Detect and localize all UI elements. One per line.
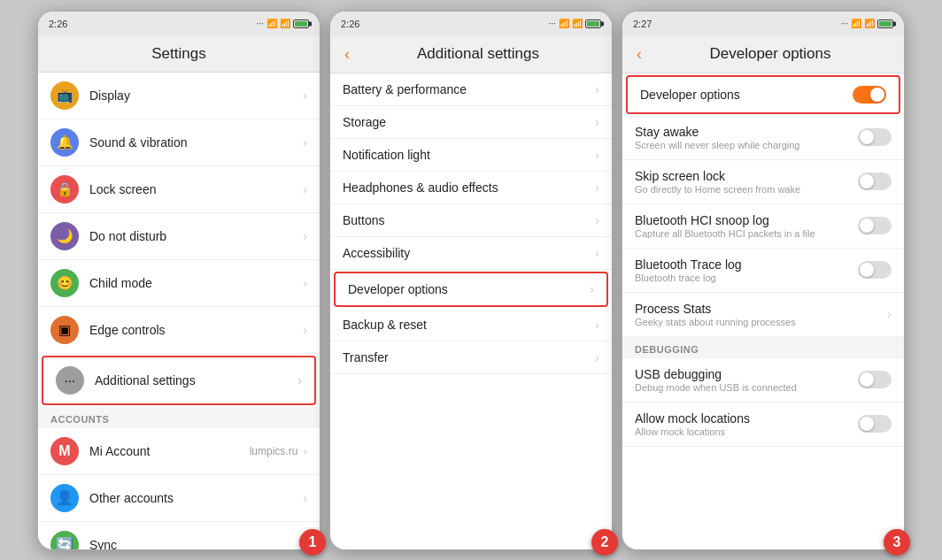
child-label: Child mode [89, 276, 303, 290]
step-badge-2: 2 [591, 529, 618, 556]
btsnoop-label: Bluetooth HCI snoop log [635, 213, 858, 227]
usbdebug-toggle[interactable] [858, 371, 892, 388]
child-chevron: › [303, 276, 307, 290]
dev-options-toggle-text: Developer options [640, 88, 853, 102]
edge-chevron: › [303, 323, 307, 337]
wifi-icon-2: 📶 [559, 19, 569, 28]
dev-options-toggle[interactable] [853, 86, 886, 104]
sound-text: Sound & vibration [89, 135, 303, 150]
storage-text: Storage [343, 115, 595, 129]
buttons-label: Buttons [343, 213, 595, 227]
procstats-label: Process Stats [635, 302, 887, 316]
step-badge-3: 3 [884, 529, 910, 556]
dev-options-toggle-item[interactable]: Developer options [626, 75, 900, 114]
btsnoop-toggle[interactable] [858, 217, 892, 234]
btsnoop-text: Bluetooth HCI snoop log Capture all Blue… [635, 213, 858, 239]
network-icon-3: 📶 [864, 19, 875, 28]
settings-item-battery[interactable]: Battery & performance › [330, 73, 612, 106]
display-icon: 📺 [50, 81, 79, 110]
settings-list-3: Developer options Stay awake Screen will… [622, 73, 904, 549]
notif-chevron: › [595, 148, 599, 162]
additional-text: Additional settings [95, 373, 297, 387]
settings-item-sound[interactable]: 🔔 Sound & vibration › [38, 119, 320, 166]
status-time-2: 2:26 [341, 19, 359, 29]
dnd-text: Do not disturb [89, 229, 303, 243]
settings-item-btsnoop[interactable]: Bluetooth HCI snoop log Capture all Blue… [622, 204, 904, 249]
step-badge-1: 1 [299, 529, 326, 556]
headphones-label: Headphones & audio effects [343, 180, 595, 195]
access-label: Accessibility [343, 246, 595, 260]
settings-item-child[interactable]: 😊 Child mode › [38, 260, 320, 307]
display-label: Display [89, 88, 303, 103]
phone-screen-3: 2:27 ··· 📶 📶 ‹ Developer options Develop… [622, 11, 905, 550]
settings-item-mocklocations[interactable]: Allow mock locations Allow mock location… [622, 403, 904, 447]
other-text: Other accounts [89, 491, 303, 505]
additional-chevron: › [297, 373, 302, 387]
skiplock-sublabel: Go directly to Home screen from wake [635, 184, 858, 195]
other-label: Other accounts [89, 491, 303, 505]
settings-item-bttrace[interactable]: Bluetooth Trace log Bluetooth trace log [622, 249, 904, 293]
mi-icon: M [50, 437, 79, 465]
back-button-3[interactable]: ‹ [637, 45, 642, 64]
settings-item-buttons[interactable]: Buttons › [330, 204, 612, 237]
additional-label: Additional settings [95, 373, 297, 387]
settings-item-notif[interactable]: Notification light › [330, 139, 612, 172]
stayawake-toggle[interactable] [858, 128, 892, 146]
btsnoop-sublabel: Capture all Bluetooth HCI packets in a f… [635, 228, 858, 239]
settings-item-access[interactable]: Accessibility › [330, 237, 612, 270]
signal-icon-3: ··· [841, 19, 848, 28]
skiplock-toggle[interactable] [858, 173, 892, 190]
settings-item-additional[interactable]: ··· Additional settings › [42, 356, 316, 405]
settings-item-usbdebug[interactable]: USB debugging Debug mode when USB is con… [622, 358, 904, 403]
access-text: Accessibility [343, 246, 595, 260]
battery-chevron: › [595, 82, 599, 96]
settings-item-dnd[interactable]: 🌙 Do not disturb › [38, 213, 320, 260]
battery-icon-2 [585, 19, 601, 28]
mocklocations-toggle[interactable] [858, 415, 892, 433]
settings-item-lock[interactable]: 🔒 Lock screen › [38, 166, 320, 213]
developer-chevron: › [590, 282, 594, 296]
settings-item-skiplock[interactable]: Skip screen lock Go directly to Home scr… [622, 160, 904, 204]
usbdebug-label: USB debugging [635, 367, 858, 381]
back-button-2[interactable]: ‹ [344, 45, 350, 64]
status-time-1: 2:26 [49, 19, 67, 29]
settings-item-display[interactable]: 📺 Display › [38, 73, 320, 119]
wifi-icon-3: 📶 [851, 19, 861, 28]
status-icons-2: ··· 📶 📶 [549, 19, 601, 28]
panel3: 2:27 ··· 📶 📶 ‹ Developer options Develop… [622, 11, 905, 550]
storage-chevron: › [595, 115, 599, 129]
lock-icon: 🔒 [50, 175, 79, 203]
skiplock-label: Skip screen lock [635, 169, 858, 183]
settings-item-stayawake[interactable]: Stay awake Screen will never sleep while… [622, 116, 904, 160]
backup-text: Backup & reset [343, 318, 595, 332]
settings-item-sync[interactable]: 🔄 Sync › [38, 522, 320, 549]
settings-item-procstats[interactable]: Process Stats Geeky stats about running … [622, 293, 904, 337]
settings-item-mi[interactable]: M Mi Account lumpics.ru › [38, 428, 320, 475]
settings-item-headphones[interactable]: Headphones & audio effects › [330, 172, 612, 204]
settings-item-developer[interactable]: Developer options › [334, 272, 608, 307]
backup-chevron: › [595, 318, 599, 332]
panel1: 2:26 ··· 📶 📶 Settings 📺 Display › 🔔 [37, 11, 320, 550]
battery-text: Battery & performance [343, 82, 595, 96]
settings-item-transfer[interactable]: Transfer › [330, 341, 612, 374]
settings-item-edge[interactable]: ▣ Edge controls › [38, 307, 320, 354]
settings-item-storage[interactable]: Storage › [330, 106, 612, 139]
lock-chevron: › [303, 182, 307, 196]
header-title-2: Additional settings [359, 45, 598, 63]
settings-item-other[interactable]: 👤 Other accounts › [38, 475, 320, 522]
bttrace-text: Bluetooth Trace log Bluetooth trace log [635, 257, 858, 283]
mocklocations-label: Allow mock locations [635, 411, 858, 426]
dnd-icon: 🌙 [50, 222, 79, 250]
edge-label: Edge controls [89, 323, 303, 337]
settings-item-backup[interactable]: Backup & reset › [330, 309, 612, 341]
bttrace-sublabel: Bluetooth trace log [635, 272, 858, 283]
bttrace-toggle[interactable] [858, 261, 892, 279]
network-icon: 📶 [280, 19, 290, 28]
mi-value: lumpics.ru [250, 445, 298, 457]
display-text: Display [89, 88, 303, 103]
sound-label: Sound & vibration [89, 135, 303, 150]
child-text: Child mode [89, 276, 303, 290]
other-icon: 👤 [50, 484, 79, 512]
storage-label: Storage [343, 115, 595, 129]
edge-icon: ▣ [50, 316, 79, 344]
